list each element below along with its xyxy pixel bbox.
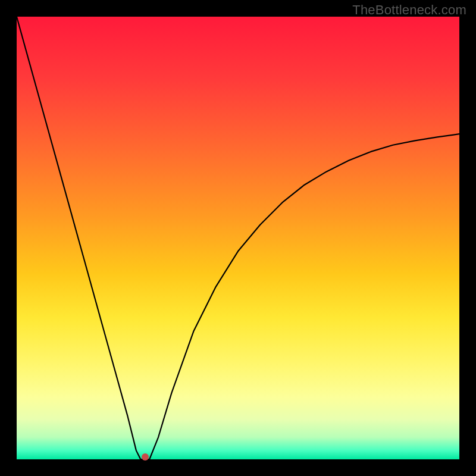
bottleneck-curve <box>17 17 459 459</box>
optimal-point-marker <box>142 453 149 461</box>
chart-gradient-background <box>17 17 459 459</box>
watermark-text: TheBottleneck.com <box>352 2 466 18</box>
